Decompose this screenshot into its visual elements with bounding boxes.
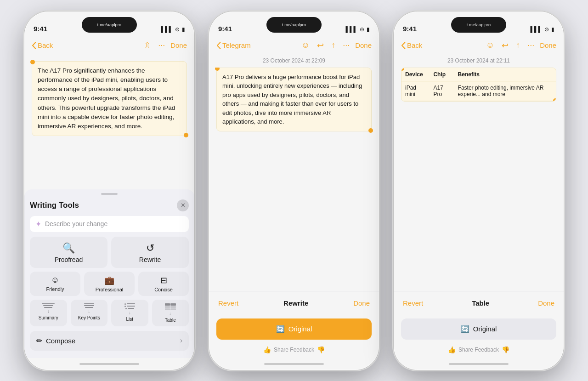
revert-button-3[interactable]: Revert <box>403 299 423 307</box>
done-button-3[interactable]: Done <box>540 41 556 49</box>
compose-button[interactable]: ✏ Compose › <box>30 331 189 351</box>
phone-3: 9:41 t.me/aaplpro ▌▌▌ ⊜ ▮ Back ☺ ↩ ↑ · <box>394 11 564 370</box>
nav-bar-2: Telegram ☺ ↩ ↑ ··· Done <box>209 35 379 56</box>
concise-label: Concise <box>154 287 173 292</box>
rewrite-button[interactable]: ↺ Rewrite <box>111 237 189 268</box>
battery-icon-3: ▮ <box>551 26 554 33</box>
panel-drag-handle[interactable] <box>101 193 118 195</box>
describe-change-input[interactable]: ✦ Describe your change <box>30 216 189 232</box>
phone-content-3: 23 October 2024 at 22:11 Device Chip Ben… <box>394 56 564 358</box>
chevron-left-icon-3 <box>401 42 406 49</box>
back-button-2[interactable]: Telegram <box>216 41 251 49</box>
table-label: Table <box>165 318 176 323</box>
status-bar-2: 9:41 t.me/aaplpro ▌▌▌ ⊜ ▮ <box>209 11 379 35</box>
date-header-2: 23 October 2024 at 22:09 <box>209 56 379 68</box>
nav-right-3: ☺ ↩ ↑ ··· Done <box>484 40 556 51</box>
list-button[interactable]: ↓ List <box>111 300 148 326</box>
concise-icon: ⊟ <box>160 275 167 285</box>
status-icons-2: ▌▌▌ ⊜ ▮ <box>345 26 370 33</box>
panel-header: Writing Tools ✕ <box>30 199 189 211</box>
concise-button[interactable]: ⊟ Concise <box>138 272 189 296</box>
chevron-right-icon: › <box>180 336 182 345</box>
sparkle-icon: ✦ <box>35 220 41 228</box>
signal-icon: ▌▌▌ <box>161 26 173 33</box>
status-icons-1: ▌▌▌ ⊜ ▮ <box>161 26 185 33</box>
home-bar-3 <box>449 363 509 365</box>
key-points-button[interactable]: ↓ Key Points <box>71 300 108 326</box>
thumbs-up-icon-3[interactable]: 👍 <box>448 346 456 353</box>
rewrite-content: A17 Pro delivers a huge performance boos… <box>209 68 379 179</box>
selection-handle-tl <box>30 60 35 64</box>
nav-bar-3: Back ☺ ↩ ↑ ··· Done <box>394 35 564 56</box>
table-cell-device: iPad mini <box>401 81 430 101</box>
home-bar-1 <box>79 363 139 365</box>
nav-bar-1: Back ⇫ ··· Done <box>24 35 194 56</box>
home-bar-2 <box>264 363 324 365</box>
share-icon-1[interactable]: ⇫ <box>144 40 151 51</box>
professional-icon: 💼 <box>104 275 114 285</box>
thumbs-down-icon-3[interactable]: 👎 <box>502 346 509 353</box>
thumbs-down-icon-2[interactable]: 👎 <box>317 346 325 353</box>
status-bar-3: 9:41 t.me/aaplpro ▌▌▌ ⊜ ▮ <box>394 11 564 35</box>
status-time-3: 9:41 <box>403 25 417 33</box>
done-bottom-3[interactable]: Done <box>538 299 554 307</box>
dynamic-island-2: t.me/aaplpro <box>266 17 322 33</box>
done-button-2[interactable]: Done <box>355 41 372 49</box>
status-time-1: 9:41 <box>34 25 47 33</box>
back-button-3[interactable]: Back <box>401 41 422 49</box>
signal-icon-2: ▌▌▌ <box>345 26 357 33</box>
home-indicator-1 <box>24 358 194 370</box>
signal-icon-3: ▌▌▌ <box>530 26 542 33</box>
center-label-2: Rewrite <box>283 299 308 307</box>
more-icon-2[interactable]: ··· <box>343 40 350 50</box>
done-bottom-2[interactable]: Done <box>353 299 370 307</box>
thumbs-up-icon-2[interactable]: 👍 <box>263 346 271 353</box>
table-row: iPad mini A17 Pro Faster photo editing, … <box>401 81 556 101</box>
dynamic-island-1: t.me/aaplpro <box>82 17 137 33</box>
writing-tools-title: Writing Tools <box>30 201 79 210</box>
tools-grid-small: ↓ Summary ↓ Key Points <box>30 300 189 326</box>
friendly-icon: ☺ <box>51 275 59 285</box>
wifi-icon-2: ⊜ <box>360 26 364 33</box>
original-button-2[interactable]: 🔄 Original <box>216 318 372 340</box>
table-header-device: Device <box>401 68 430 81</box>
share-feedback-label-3: Share Feedback <box>458 347 499 353</box>
chevron-left-icon-2 <box>216 42 221 49</box>
emoji-icon-3[interactable]: ☺ <box>486 40 494 50</box>
table-button[interactable]: ↓ Table <box>152 300 189 326</box>
home-indicator-2 <box>209 358 379 370</box>
share-icon-3[interactable]: ↑ <box>516 40 520 50</box>
phone-content-2: 23 October 2024 at 22:09 A17 Pro deliver… <box>209 56 379 358</box>
bottom-bar-3: Revert Table Done <box>394 291 564 315</box>
table-note: Device Chip Benefits iPad mini A17 Pro F… <box>401 68 556 102</box>
emoji-icon-2[interactable]: ☺ <box>301 40 310 50</box>
more-icon-3[interactable]: ··· <box>527 40 534 50</box>
friendly-button[interactable]: ☺ Friendly <box>30 272 80 296</box>
original-button-3[interactable]: 🔄 Original <box>401 318 556 340</box>
dynamic-island-3: t.me/aaplpro <box>451 17 506 33</box>
close-panel-button[interactable]: ✕ <box>177 199 189 211</box>
wifi-icon-3: ⊜ <box>544 26 549 33</box>
proofread-label: Proofread <box>55 256 83 263</box>
professional-button[interactable]: 💼 Professional <box>84 272 135 296</box>
proofread-button[interactable]: 🔍 Proofread <box>30 237 107 268</box>
undo-icon-3[interactable]: ↩ <box>502 40 509 51</box>
undo-icon-2[interactable]: ↩ <box>317 40 324 51</box>
tools-grid-mid: ☺ Friendly 💼 Professional ⊟ Concise <box>30 272 189 296</box>
original-icon-3: 🔄 <box>461 325 469 333</box>
done-button-1[interactable]: Done <box>170 41 187 49</box>
note-area: The A17 Pro significantly enhances the p… <box>24 56 194 189</box>
selection-handle-tl-2 <box>215 68 220 71</box>
writing-tools-panel: Writing Tools ✕ ✦ Describe your change 🔍… <box>24 189 194 358</box>
back-button-1[interactable]: Back <box>32 41 53 49</box>
selection-handle-br-3 <box>553 98 556 102</box>
search-placeholder: Describe your change <box>45 220 107 227</box>
table-cell-chip: A17 Pro <box>430 81 454 101</box>
battery-icon-2: ▮ <box>367 26 370 33</box>
more-icon-1[interactable]: ··· <box>158 40 165 50</box>
feedback-bar-3: 👍 Share Feedback 👎 <box>394 343 564 358</box>
revert-button-2[interactable]: Revert <box>218 299 238 307</box>
summary-button[interactable]: ↓ Summary <box>30 300 67 326</box>
phone-content-1: The A17 Pro significantly enhances the p… <box>24 56 194 358</box>
share-icon-2[interactable]: ↑ <box>331 40 335 50</box>
